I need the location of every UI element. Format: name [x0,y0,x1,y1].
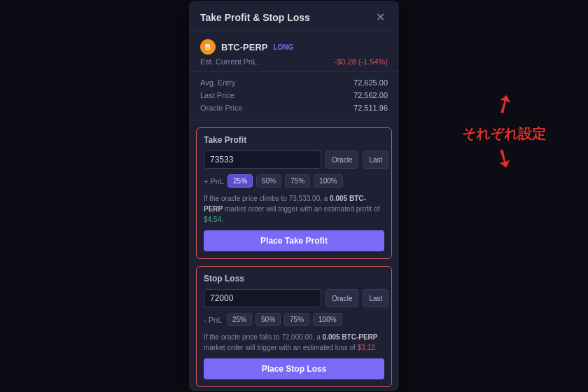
take-profit-pct-50[interactable]: 50% [256,174,281,188]
current-pnl-row: Est. Current PnL -$0.28 (-1.54%) [200,57,388,66]
take-profit-pct-75[interactable]: 75% [285,174,310,188]
stop-loss-section: Stop Loss Oracle Last - PnL 25% 50% 75% … [196,266,392,387]
stop-loss-pnl-sign: - PnL [204,316,223,324]
take-profit-description: If the oracle price climbs to 73,533.00,… [204,193,384,225]
stop-loss-pct-25[interactable]: 25% [227,313,252,326]
stop-loss-pct-row: - PnL 25% 50% 75% 100% [204,313,384,326]
stop-loss-pct-75[interactable]: 75% [284,313,309,326]
stop-loss-oracle-btn[interactable]: Oracle [326,289,358,307]
annotation-text: それぞれ設定 [462,125,546,143]
stop-loss-input[interactable] [204,289,321,307]
take-profit-section: Take Profit Oracle Last + PnL 25% 50% 75… [196,127,392,259]
info-grid: Avg. Entry 72,625.00 Last Price 72,562.0… [189,72,399,120]
modal-header: Take Profit & Stop Loss ✕ [189,1,399,32]
asset-icon: B [200,39,216,55]
take-profit-input-row: Oracle Last [204,150,384,169]
oracle-price-value: 72,511.96 [354,104,388,112]
take-profit-title: Take Profit [204,135,384,145]
stop-loss-pct-50[interactable]: 50% [255,313,281,326]
info-row-last: Last Price 72,562.00 [200,89,388,102]
avg-entry-label: Avg. Entry [200,78,236,87]
asset-section: B BTC-PERP LONG Est. Current PnL -$0.28 … [189,32,399,72]
stop-loss-input-row: Oracle Last [204,289,384,307]
asset-row: B BTC-PERP LONG [200,39,388,55]
oracle-price-label: Oracle Price [200,104,243,112]
take-profit-pnl-sign: + PnL [204,177,224,186]
modal-title: Take Profit & Stop Loss [200,12,310,23]
close-button[interactable]: ✕ [373,10,388,24]
stop-loss-pct-100[interactable]: 100% [313,313,342,326]
asset-side: LONG [273,43,293,51]
stop-loss-title: Stop Loss [204,274,384,284]
stop-loss-description: If the oracle price falls to 72,000.00, … [204,332,384,353]
take-profit-pct-row: + PnL 25% 50% 75% 100% [204,174,384,188]
take-profit-oracle-btn[interactable]: Oracle [326,150,358,169]
pnl-label: Est. Current PnL [200,57,257,66]
take-profit-pct-25[interactable]: 25% [227,174,253,188]
pnl-value: -$0.28 (-1.54%) [335,57,388,66]
info-row-oracle: Oracle Price 72,511.96 [200,102,388,114]
info-row-avg: Avg. Entry 72,625.00 [200,76,388,89]
take-profit-last-btn[interactable]: Last [363,150,388,169]
last-price-value: 72,562.00 [354,91,388,99]
take-profit-input[interactable] [204,150,321,169]
avg-entry-value: 72,625.00 [354,78,388,87]
modal-container: Take Profit & Stop Loss ✕ B BTC-PERP LON… [189,1,399,391]
take-profit-pct-100[interactable]: 100% [314,174,343,188]
arrow-down-icon: ➘ [489,142,519,174]
place-stop-loss-button[interactable]: Place Stop Loss [204,358,384,379]
place-take-profit-button[interactable]: Place Take Profit [204,230,384,251]
asset-name: BTC-PERP [221,42,267,52]
annotation-area: ➚ それぞれ設定 ➘ [462,91,546,171]
stop-loss-last-btn[interactable]: Last [363,289,388,307]
arrow-up-icon: ➚ [489,88,519,120]
last-price-label: Last Price [200,91,234,99]
